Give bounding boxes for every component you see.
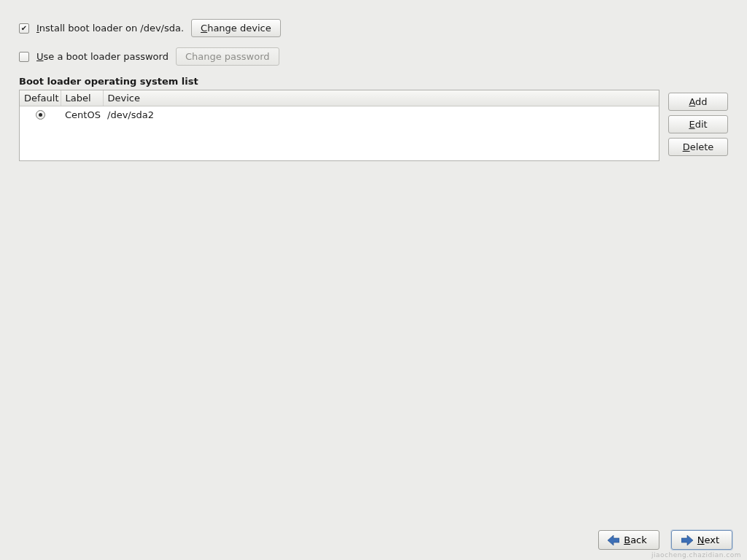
edit-button[interactable]: Edit [668, 115, 728, 133]
use-password-row: ✔ Use a boot loader password Change pass… [19, 47, 728, 66]
col-header-device[interactable]: Device [103, 90, 659, 106]
install-bootloader-label[interactable]: Install boot loader on /dev/sda. [36, 23, 184, 34]
os-list-heading: Boot loader operating system list [19, 76, 728, 87]
next-button[interactable]: Next [671, 530, 732, 550]
delete-button[interactable]: Delete [668, 138, 728, 156]
change-device-button[interactable]: Change device [191, 19, 281, 37]
svg-marker-0 [608, 535, 619, 545]
os-list-table[interactable]: Default Label Device CentOS /dev/sda2 [19, 90, 659, 161]
install-bootloader-row: ✔ Install boot loader on /dev/sda. Chang… [19, 19, 728, 37]
change-password-button: Change password [176, 47, 279, 66]
watermark-text: jiaocheng.chazidian.com [651, 551, 741, 559]
back-button[interactable]: Back [598, 530, 659, 550]
use-password-checkbox[interactable]: ✔ [19, 52, 29, 62]
table-row[interactable]: CentOS /dev/sda2 [20, 106, 659, 124]
arrow-right-icon [681, 535, 693, 545]
cell-device: /dev/sda2 [103, 106, 659, 124]
arrow-left-icon [608, 535, 619, 545]
add-button[interactable]: Add [668, 93, 728, 111]
install-bootloader-checkbox[interactable]: ✔ [19, 23, 29, 34]
svg-marker-1 [681, 535, 693, 545]
col-header-default[interactable]: Default [20, 90, 61, 106]
use-password-label[interactable]: Use a boot loader password [36, 51, 169, 62]
col-header-label[interactable]: Label [61, 90, 103, 106]
default-radio[interactable] [36, 110, 45, 120]
cell-label: CentOS [61, 106, 103, 124]
